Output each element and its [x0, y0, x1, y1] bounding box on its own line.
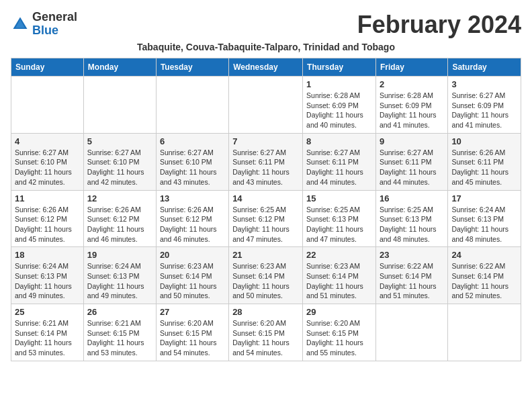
calendar-cell: 13Sunrise: 6:26 AM Sunset: 6:12 PM Dayli… [156, 190, 228, 247]
day-number: 25 [15, 307, 80, 317]
header: General Blue February 2024 [11, 11, 521, 39]
day-number: 3 [451, 79, 517, 89]
day-number: 24 [451, 250, 517, 260]
day-info: Sunrise: 6:27 AM Sunset: 6:10 PM Dayligh… [160, 148, 225, 187]
day-number: 20 [160, 250, 225, 260]
day-info: Sunrise: 6:27 AM Sunset: 6:11 PM Dayligh… [380, 148, 444, 187]
day-info: Sunrise: 6:26 AM Sunset: 6:12 PM Dayligh… [160, 205, 225, 244]
calendar-cell: 27Sunrise: 6:20 AM Sunset: 6:15 PM Dayli… [156, 304, 228, 361]
weekday-header-tuesday: Tuesday [156, 58, 228, 77]
day-info: Sunrise: 6:24 AM Sunset: 6:13 PM Dayligh… [451, 205, 517, 244]
day-info: Sunrise: 6:26 AM Sunset: 6:12 PM Dayligh… [87, 205, 152, 244]
day-info: Sunrise: 6:24 AM Sunset: 6:13 PM Dayligh… [87, 261, 152, 301]
calendar-cell: 8Sunrise: 6:27 AM Sunset: 6:11 PM Daylig… [303, 133, 376, 190]
calendar-cell [83, 77, 156, 134]
calendar-cell: 9Sunrise: 6:27 AM Sunset: 6:11 PM Daylig… [375, 133, 447, 190]
calendar-cell: 4Sunrise: 6:27 AM Sunset: 6:10 PM Daylig… [11, 133, 84, 190]
calendar-cell: 10Sunrise: 6:26 AM Sunset: 6:11 PM Dayli… [448, 133, 521, 190]
calendar-cell: 5Sunrise: 6:27 AM Sunset: 6:10 PM Daylig… [83, 133, 156, 190]
logo: General Blue [11, 11, 77, 38]
calendar-cell: 11Sunrise: 6:26 AM Sunset: 6:12 PM Dayli… [11, 190, 84, 247]
day-number: 29 [306, 307, 372, 317]
day-info: Sunrise: 6:27 AM Sunset: 6:09 PM Dayligh… [451, 91, 517, 130]
calendar-cell: 20Sunrise: 6:23 AM Sunset: 6:14 PM Dayli… [156, 247, 228, 304]
day-info: Sunrise: 6:28 AM Sunset: 6:09 PM Dayligh… [306, 91, 372, 130]
day-info: Sunrise: 6:27 AM Sunset: 6:10 PM Dayligh… [15, 148, 80, 187]
month-title: February 2024 [357, 11, 521, 39]
day-number: 8 [306, 136, 372, 146]
weekday-header-thursday: Thursday [303, 58, 376, 77]
day-number: 28 [232, 307, 299, 317]
day-info: Sunrise: 6:20 AM Sunset: 6:15 PM Dayligh… [160, 318, 225, 358]
day-number: 23 [380, 250, 444, 260]
day-info: Sunrise: 6:20 AM Sunset: 6:15 PM Dayligh… [306, 318, 372, 358]
calendar-cell: 28Sunrise: 6:20 AM Sunset: 6:15 PM Dayli… [229, 304, 303, 361]
day-number: 5 [87, 136, 152, 146]
calendar-cell: 22Sunrise: 6:23 AM Sunset: 6:14 PM Dayli… [303, 247, 376, 304]
day-info: Sunrise: 6:23 AM Sunset: 6:14 PM Dayligh… [160, 261, 225, 301]
day-info: Sunrise: 6:23 AM Sunset: 6:14 PM Dayligh… [306, 261, 372, 301]
day-info: Sunrise: 6:25 AM Sunset: 6:13 PM Dayligh… [306, 205, 372, 244]
day-number: 26 [87, 307, 152, 317]
calendar-cell [448, 304, 521, 361]
day-info: Sunrise: 6:25 AM Sunset: 6:12 PM Dayligh… [232, 205, 299, 244]
calendar-cell: 29Sunrise: 6:20 AM Sunset: 6:15 PM Dayli… [303, 304, 376, 361]
day-number: 27 [160, 307, 225, 317]
day-info: Sunrise: 6:25 AM Sunset: 6:13 PM Dayligh… [380, 205, 444, 244]
day-number: 13 [160, 193, 225, 203]
day-number: 14 [232, 193, 299, 203]
calendar-week-3: 11Sunrise: 6:26 AM Sunset: 6:12 PM Dayli… [11, 190, 521, 247]
calendar: SundayMondayTuesdayWednesdayThursdayFrid… [11, 58, 521, 361]
calendar-cell: 7Sunrise: 6:27 AM Sunset: 6:11 PM Daylig… [229, 133, 303, 190]
day-info: Sunrise: 6:26 AM Sunset: 6:12 PM Dayligh… [15, 205, 80, 244]
calendar-cell: 17Sunrise: 6:24 AM Sunset: 6:13 PM Dayli… [448, 190, 521, 247]
day-info: Sunrise: 6:22 AM Sunset: 6:14 PM Dayligh… [451, 261, 517, 301]
logo-text: General Blue [32, 11, 77, 38]
day-info: Sunrise: 6:22 AM Sunset: 6:14 PM Dayligh… [380, 261, 444, 301]
day-info: Sunrise: 6:21 AM Sunset: 6:14 PM Dayligh… [15, 318, 80, 358]
calendar-cell [375, 304, 447, 361]
day-info: Sunrise: 6:27 AM Sunset: 6:11 PM Dayligh… [232, 148, 299, 187]
day-number: 7 [232, 136, 299, 146]
calendar-cell: 19Sunrise: 6:24 AM Sunset: 6:13 PM Dayli… [83, 247, 156, 304]
calendar-cell: 21Sunrise: 6:23 AM Sunset: 6:14 PM Dayli… [229, 247, 303, 304]
day-info: Sunrise: 6:21 AM Sunset: 6:15 PM Dayligh… [87, 318, 152, 358]
day-number: 9 [380, 136, 444, 146]
weekday-header-wednesday: Wednesday [229, 58, 303, 77]
day-number: 1 [306, 79, 372, 89]
calendar-cell: 14Sunrise: 6:25 AM Sunset: 6:12 PM Dayli… [229, 190, 303, 247]
logo-general: General [32, 10, 77, 24]
weekday-header-friday: Friday [375, 58, 447, 77]
calendar-week-5: 25Sunrise: 6:21 AM Sunset: 6:14 PM Dayli… [11, 304, 521, 361]
day-number: 12 [87, 193, 152, 203]
day-info: Sunrise: 6:27 AM Sunset: 6:11 PM Dayligh… [306, 148, 372, 187]
calendar-cell: 12Sunrise: 6:26 AM Sunset: 6:12 PM Dayli… [83, 190, 156, 247]
day-number: 2 [380, 79, 444, 89]
weekday-header-row: SundayMondayTuesdayWednesdayThursdayFrid… [11, 58, 521, 77]
calendar-week-2: 4Sunrise: 6:27 AM Sunset: 6:10 PM Daylig… [11, 133, 521, 190]
day-info: Sunrise: 6:20 AM Sunset: 6:15 PM Dayligh… [232, 318, 299, 358]
day-number: 6 [160, 136, 225, 146]
calendar-cell [156, 77, 228, 134]
day-info: Sunrise: 6:27 AM Sunset: 6:10 PM Dayligh… [87, 148, 152, 187]
day-number: 18 [15, 250, 80, 260]
calendar-cell: 2Sunrise: 6:28 AM Sunset: 6:09 PM Daylig… [375, 77, 447, 134]
calendar-cell: 26Sunrise: 6:21 AM Sunset: 6:15 PM Dayli… [83, 304, 156, 361]
calendar-cell: 24Sunrise: 6:22 AM Sunset: 6:14 PM Dayli… [448, 247, 521, 304]
calendar-week-4: 18Sunrise: 6:24 AM Sunset: 6:13 PM Dayli… [11, 247, 521, 304]
day-number: 17 [451, 193, 517, 203]
calendar-cell: 18Sunrise: 6:24 AM Sunset: 6:13 PM Dayli… [11, 247, 84, 304]
calendar-cell: 16Sunrise: 6:25 AM Sunset: 6:13 PM Dayli… [375, 190, 447, 247]
day-number: 10 [451, 136, 517, 146]
day-number: 21 [232, 250, 299, 260]
calendar-cell: 15Sunrise: 6:25 AM Sunset: 6:13 PM Dayli… [303, 190, 376, 247]
calendar-cell [11, 77, 84, 134]
subtitle: Tabaquite, Couva-Tabaquite-Talparo, Trin… [11, 42, 521, 52]
day-info: Sunrise: 6:26 AM Sunset: 6:11 PM Dayligh… [451, 148, 517, 187]
day-info: Sunrise: 6:28 AM Sunset: 6:09 PM Dayligh… [380, 91, 444, 130]
weekday-header-saturday: Saturday [448, 58, 521, 77]
day-number: 15 [306, 193, 372, 203]
calendar-cell: 25Sunrise: 6:21 AM Sunset: 6:14 PM Dayli… [11, 304, 84, 361]
day-number: 4 [15, 136, 80, 146]
calendar-cell: 23Sunrise: 6:22 AM Sunset: 6:14 PM Dayli… [375, 247, 447, 304]
